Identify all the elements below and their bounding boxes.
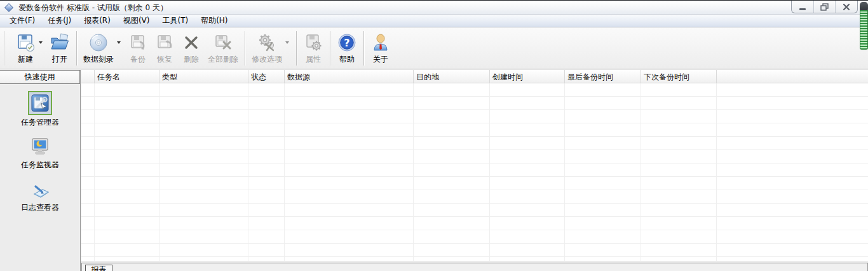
new-task-label: 新建 <box>18 54 33 65</box>
app-icon <box>4 3 14 13</box>
menu-task[interactable]: 任务(J) <box>41 14 78 28</box>
sidebar-item-task-manager[interactable]: 任务管理器 <box>0 91 80 128</box>
help-button[interactable]: ? 帮助 <box>334 30 360 67</box>
menu-report[interactable]: 报表(R) <box>78 14 117 28</box>
column-header-next-backup-time[interactable]: 下次备份时间 <box>641 70 717 83</box>
open-icon <box>50 32 70 53</box>
sidebar-item-log-viewer[interactable]: 日志查看器 <box>0 177 80 213</box>
about-icon <box>370 32 391 53</box>
about-label: 关于 <box>373 54 388 65</box>
gadget-stripes <box>860 10 868 50</box>
column-header-create-time[interactable]: 创建时间 <box>490 70 565 83</box>
column-header-data-source[interactable]: 数据源 <box>285 70 414 83</box>
delete-button[interactable]: 删除 <box>178 30 205 67</box>
table-header-row: 任务名 类型 状态 数据源 目的地 创建时间 最后备份时间 下次备份时间 <box>81 70 868 83</box>
bottom-report-panel: 报表 <box>81 263 868 271</box>
column-header-last-backup-time[interactable]: 最后备份时间 <box>565 70 641 83</box>
toolbar-separator <box>245 31 245 66</box>
modify-options-icon <box>257 32 277 53</box>
modify-options-dropdown-arrow-icon[interactable] <box>285 41 289 46</box>
backup-icon <box>128 32 148 53</box>
delete-icon <box>181 32 201 53</box>
body-grid-col <box>81 83 95 261</box>
properties-button[interactable]: 属性 <box>300 30 327 67</box>
delete-label: 删除 <box>184 54 199 65</box>
sidebar-header-quick-use[interactable]: 快速使用 <box>0 70 80 84</box>
minimize-icon <box>799 3 806 11</box>
task-monitor-icon-box <box>29 135 51 158</box>
sidebar-item-task-monitor[interactable]: 任务监视器 <box>0 135 80 170</box>
open-button[interactable]: 打开 <box>46 30 73 67</box>
backup-button[interactable]: 备份 <box>125 30 151 67</box>
delete-all-button[interactable]: 全部删除 <box>205 30 241 67</box>
about-button[interactable]: 关于 <box>367 30 394 67</box>
body-grid-col <box>248 83 285 261</box>
column-header-status[interactable]: 状态 <box>248 70 285 83</box>
log-viewer-label: 日志查看器 <box>21 202 59 213</box>
modify-options-button[interactable]: 修改选项 <box>248 30 293 67</box>
task-table: 任务名 类型 状态 数据源 目的地 创建时间 最后备份时间 下次备份时间 <box>81 70 868 271</box>
restore-task-icon <box>154 32 175 53</box>
desktop-gadget <box>860 2 868 50</box>
column-header-type[interactable]: 类型 <box>159 70 248 83</box>
toolbar-separator <box>296 31 297 66</box>
body-grid-col <box>159 83 248 261</box>
new-task-dropdown-arrow-icon[interactable] <box>39 41 43 46</box>
task-monitor-label: 任务监视器 <box>21 160 59 170</box>
new-task-icon <box>15 32 36 53</box>
toolbar-separator <box>363 31 364 66</box>
burn-disc-label: 数据刻录 <box>83 54 114 65</box>
toolbar: 新建 打开 <box>0 28 868 69</box>
task-manager-icon <box>30 93 50 113</box>
title-bar: 爱数备份软件 标准版 - 试用版（剩余 0 天） <box>0 1 868 15</box>
sidebar: 快速使用 任务管理器 <box>0 70 81 271</box>
menu-tools[interactable]: 工具(T) <box>156 14 194 28</box>
burn-disc-icon <box>88 32 109 53</box>
backup-label: 备份 <box>130 54 146 65</box>
open-label: 打开 <box>52 54 67 65</box>
column-header-empty <box>717 70 868 83</box>
properties-label: 属性 <box>306 54 321 65</box>
toolbar-separator <box>330 31 330 66</box>
toolbar-separator <box>76 31 77 66</box>
menu-bar: 文件(F) 任务(J) 报表(R) 视图(V) 工具(T) 帮助(H) <box>0 15 868 27</box>
task-manager-selection-box <box>28 91 52 115</box>
column-header-spacer <box>81 70 95 83</box>
burn-disc-dropdown-arrow-icon[interactable] <box>117 41 121 46</box>
body-grid-col <box>414 83 490 261</box>
menu-help[interactable]: 帮助(H) <box>194 14 234 28</box>
new-task-button[interactable]: 新建 <box>12 30 46 67</box>
column-header-task-name[interactable]: 任务名 <box>95 70 159 83</box>
modify-options-label: 修改选项 <box>252 54 282 65</box>
log-viewer-icon-box <box>29 177 51 200</box>
column-header-destination[interactable]: 目的地 <box>414 70 490 83</box>
body-grid-col <box>285 83 414 261</box>
restore-task-button[interactable]: 恢复 <box>151 30 178 67</box>
task-manager-label: 任务管理器 <box>21 117 59 128</box>
close-icon <box>843 3 850 11</box>
close-button[interactable] <box>835 1 857 13</box>
task-monitor-icon <box>30 136 50 156</box>
delete-all-icon <box>213 32 233 53</box>
tab-report[interactable]: 报表 <box>85 265 112 271</box>
minimize-button[interactable] <box>792 1 813 13</box>
window-controls <box>791 1 858 13</box>
menu-file[interactable]: 文件(F) <box>3 14 41 28</box>
restore-task-label: 恢复 <box>157 54 172 65</box>
body-grid-col <box>717 83 868 261</box>
body-grid-col <box>490 83 565 261</box>
log-viewer-icon <box>30 179 50 199</box>
body-grid-col <box>641 83 717 261</box>
properties-icon <box>303 32 323 53</box>
help-icon: ? <box>337 32 357 53</box>
restore-button[interactable] <box>813 1 836 13</box>
help-label: 帮助 <box>339 54 355 65</box>
table-body-empty <box>81 83 868 261</box>
gadget-cap <box>860 2 868 10</box>
toolbar-grip <box>4 31 4 66</box>
burn-disc-button[interactable]: 数据刻录 <box>80 30 125 67</box>
window-title: 爱数备份软件 标准版 - 试用版（剩余 0 天） <box>18 3 168 13</box>
delete-all-label: 全部删除 <box>208 54 238 65</box>
menu-view[interactable]: 视图(V) <box>117 14 156 28</box>
body-grid-col <box>95 83 159 261</box>
